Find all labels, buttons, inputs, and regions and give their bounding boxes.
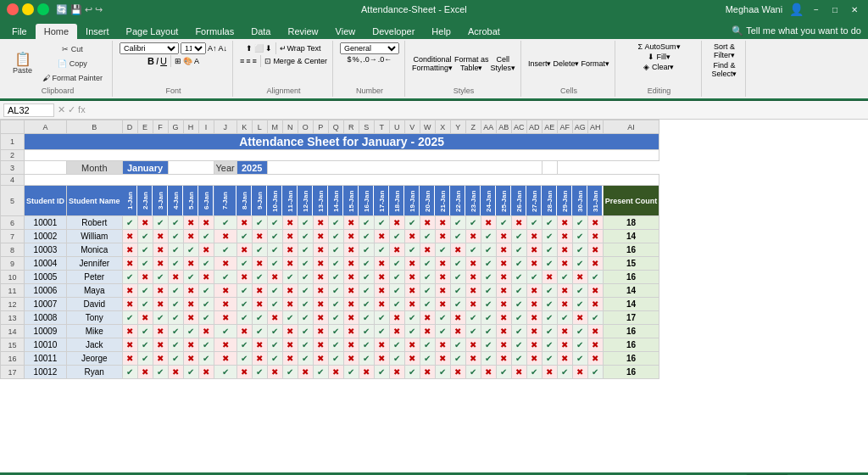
cell-attend-3-4[interactable]: ✖ <box>183 257 198 271</box>
cell-attend-7-0[interactable]: ✔ <box>122 311 137 325</box>
cell-attend-5-23[interactable]: ✔ <box>481 284 496 298</box>
cell-attend-7-18[interactable]: ✔ <box>404 311 420 325</box>
cell-attend-10-0[interactable]: ✖ <box>122 352 137 366</box>
cell-attend-7-8[interactable]: ✔ <box>252 311 267 325</box>
cell-attend-8-18[interactable]: ✔ <box>404 325 420 338</box>
cell-attend-1-11[interactable]: ✔ <box>298 230 313 243</box>
cell-attend-5-14[interactable]: ✖ <box>343 284 359 298</box>
cell-attend-11-19[interactable]: ✖ <box>420 366 435 379</box>
cell-attend-3-28[interactable]: ✖ <box>557 257 572 271</box>
delete-cells-button[interactable]: Delete▾ <box>553 59 579 68</box>
cell-attend-2-13[interactable]: ✔ <box>328 243 343 257</box>
cell-attend-6-8[interactable]: ✖ <box>252 298 267 311</box>
cell-attend-3-21[interactable]: ✔ <box>450 257 465 271</box>
cell-attend-8-30[interactable]: ✖ <box>587 325 603 338</box>
cell-attend-10-2[interactable]: ✖ <box>153 352 168 366</box>
tab-help[interactable]: Help <box>423 24 459 39</box>
cell-attend-9-19[interactable]: ✔ <box>420 338 435 352</box>
cell-attend-5-21[interactable]: ✔ <box>450 284 465 298</box>
tab-home[interactable]: Home <box>36 24 77 39</box>
cell-attend-10-28[interactable]: ✖ <box>557 352 572 366</box>
cell-attend-4-27[interactable]: ✖ <box>542 271 557 284</box>
cell-attend-7-29[interactable]: ✖ <box>572 311 587 325</box>
cell-attend-0-29[interactable]: ✔ <box>572 216 587 230</box>
cell-attend-6-6[interactable]: ✖ <box>214 298 236 311</box>
cell-attend-0-15[interactable]: ✔ <box>359 216 374 230</box>
cell-attend-8-11[interactable]: ✔ <box>298 325 313 338</box>
cell-attend-7-23[interactable]: ✔ <box>481 311 496 325</box>
cell-attend-6-2[interactable]: ✖ <box>153 298 168 311</box>
cell-attend-1-20[interactable]: ✖ <box>435 230 450 243</box>
cell-attend-4-25[interactable]: ✔ <box>511 271 526 284</box>
cell-attend-4-10[interactable]: ✔ <box>282 271 298 284</box>
percent-button[interactable]: % <box>353 55 359 64</box>
cell-attend-9-30[interactable]: ✖ <box>587 338 603 352</box>
cell-attend-2-21[interactable]: ✖ <box>450 243 465 257</box>
cell-attend-3-14[interactable]: ✖ <box>343 257 359 271</box>
cell-attend-5-30[interactable]: ✖ <box>587 284 603 298</box>
tab-review[interactable]: Review <box>279 24 326 39</box>
cell-attend-7-7[interactable]: ✔ <box>236 311 252 325</box>
cell-attend-0-28[interactable]: ✖ <box>557 216 572 230</box>
cell-attend-4-14[interactable]: ✖ <box>343 271 359 284</box>
cell-attend-9-6[interactable]: ✖ <box>214 338 236 352</box>
cell-attend-6-29[interactable]: ✔ <box>572 298 587 311</box>
cell-attend-9-14[interactable]: ✖ <box>343 338 359 352</box>
cell-attend-9-13[interactable]: ✔ <box>328 338 343 352</box>
increase-decimal-button[interactable]: .0→ <box>363 55 377 64</box>
cell-attend-8-17[interactable]: ✖ <box>389 325 404 338</box>
cell-attend-10-19[interactable]: ✔ <box>420 352 435 366</box>
cell-attend-0-22[interactable]: ✔ <box>465 216 481 230</box>
name-box[interactable] <box>3 103 54 117</box>
cell-attend-9-21[interactable]: ✔ <box>450 338 465 352</box>
cell-attend-3-7[interactable]: ✔ <box>236 257 252 271</box>
cut-button[interactable]: ✂ Cut <box>38 42 107 56</box>
cell-attend-9-3[interactable]: ✔ <box>168 338 183 352</box>
font-size-select[interactable]: 11 <box>181 42 206 54</box>
cell-attend-4-28[interactable]: ✔ <box>557 271 572 284</box>
cell-attend-6-9[interactable]: ✔ <box>267 298 282 311</box>
cell-attend-11-22[interactable]: ✔ <box>465 366 481 379</box>
tab-insert[interactable]: Insert <box>77 24 118 39</box>
cell-attend-7-27[interactable]: ✔ <box>542 311 557 325</box>
cell-attend-8-24[interactable]: ✖ <box>496 325 511 338</box>
cell-attend-7-3[interactable]: ✔ <box>168 311 183 325</box>
tab-formulas[interactable]: Formulas <box>186 24 242 39</box>
cell-attend-10-16[interactable]: ✖ <box>374 352 389 366</box>
cell-attend-7-24[interactable]: ✖ <box>496 311 511 325</box>
cell-attend-10-29[interactable]: ✔ <box>572 352 587 366</box>
cell-attend-2-16[interactable]: ✔ <box>374 243 389 257</box>
border-button[interactable]: ⊞ <box>175 57 181 65</box>
cell-attend-5-12[interactable]: ✖ <box>313 284 328 298</box>
cell-attend-8-25[interactable]: ✔ <box>511 325 526 338</box>
cell-attend-9-12[interactable]: ✖ <box>313 338 328 352</box>
cell-attend-5-26[interactable]: ✖ <box>526 284 542 298</box>
cell-attend-7-9[interactable]: ✖ <box>267 311 282 325</box>
cell-attend-9-2[interactable]: ✖ <box>153 338 168 352</box>
cell-attend-8-28[interactable]: ✖ <box>557 325 572 338</box>
cell-attend-1-13[interactable]: ✔ <box>328 230 343 243</box>
cell-attend-0-3[interactable]: ✔ <box>168 216 183 230</box>
cell-attend-0-23[interactable]: ✖ <box>481 216 496 230</box>
cell-attend-2-14[interactable]: ✖ <box>343 243 359 257</box>
cell-attend-9-1[interactable]: ✔ <box>137 338 153 352</box>
cell-attend-10-6[interactable]: ✖ <box>214 352 236 366</box>
cell-attend-10-23[interactable]: ✔ <box>481 352 496 366</box>
cell-attend-2-20[interactable]: ✔ <box>435 243 450 257</box>
cell-attend-8-3[interactable]: ✔ <box>168 325 183 338</box>
cell-attend-11-29[interactable]: ✖ <box>572 366 587 379</box>
cell-attend-4-2[interactable]: ✔ <box>153 271 168 284</box>
cell-attend-11-25[interactable]: ✖ <box>511 366 526 379</box>
cell-attend-3-18[interactable]: ✖ <box>404 257 420 271</box>
cell-attend-8-22[interactable]: ✔ <box>465 325 481 338</box>
number-format-select[interactable]: General <box>340 42 399 54</box>
cell-attend-3-30[interactable]: ✖ <box>587 257 603 271</box>
cell-attend-10-11[interactable]: ✔ <box>298 352 313 366</box>
cell-attend-4-9[interactable]: ✖ <box>267 271 282 284</box>
cell-attend-6-30[interactable]: ✖ <box>587 298 603 311</box>
cell-attend-2-29[interactable]: ✔ <box>572 243 587 257</box>
cell-attend-11-30[interactable]: ✔ <box>587 366 603 379</box>
cell-attend-6-16[interactable]: ✖ <box>374 298 389 311</box>
cell-attend-10-10[interactable]: ✖ <box>282 352 298 366</box>
cell-attend-3-0[interactable]: ✖ <box>122 257 137 271</box>
